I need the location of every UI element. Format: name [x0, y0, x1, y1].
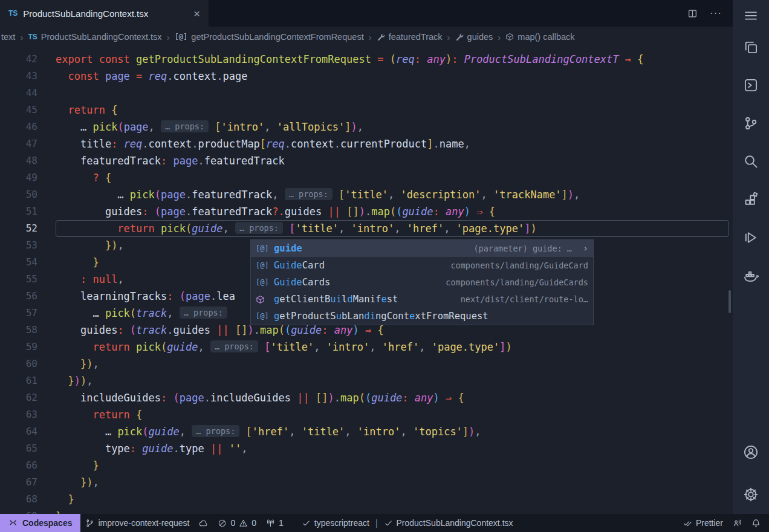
- code-line[interactable]: 52 return pick(guide, … props: ['title',…: [0, 220, 733, 237]
- code-line[interactable]: 60 }),: [0, 355, 733, 372]
- suggestion-item[interactable]: [@]getProductSubLandingContextFromReques…: [251, 308, 593, 325]
- line-number[interactable]: 59: [0, 339, 37, 355]
- account-icon[interactable]: [743, 444, 759, 460]
- code-line[interactable]: 68 }: [0, 491, 733, 508]
- code-line[interactable]: 65 type: guide.type || '',: [0, 440, 733, 457]
- settings-gear-icon[interactable]: [743, 487, 759, 502]
- code-line[interactable]: 69}: [0, 508, 733, 514]
- source-control-icon[interactable]: [743, 115, 759, 131]
- code-editor[interactable]: 42export const getProductSubLandingConte…: [0, 47, 733, 514]
- problems-indicator[interactable]: 0 0: [213, 514, 261, 532]
- docker-icon[interactable]: [743, 268, 759, 284]
- suggestion-expand-chevron-icon[interactable]: ›: [583, 240, 588, 257]
- line-number[interactable]: 47: [0, 135, 37, 152]
- suggestion-item[interactable]: [@]GuideCardcomponents/landing/GuideCard: [251, 257, 593, 274]
- tab-product-sub-landing-context[interactable]: TS ProductSubLandingContext.tsx ×: [0, 0, 209, 27]
- feedback-icon-button[interactable]: [728, 514, 747, 532]
- breadcrumb-item[interactable]: guides: [455, 32, 493, 42]
- code-line[interactable]: 47 title: req.context.productMap[req.con…: [0, 135, 733, 152]
- sync-button[interactable]: [194, 514, 213, 532]
- check-icon: [384, 519, 393, 528]
- line-number[interactable]: 69: [0, 508, 37, 514]
- breadcrumb-item[interactable]: featuredTrack: [377, 32, 443, 42]
- line-number[interactable]: 43: [0, 68, 37, 85]
- line-number[interactable]: 42: [0, 51, 37, 68]
- code-line[interactable]: 45 return {: [0, 102, 733, 118]
- line-number[interactable]: 54: [0, 254, 37, 271]
- breadcrumb-item[interactable]: [@]getProductSubLandingContextFromReques…: [175, 32, 364, 42]
- code-line[interactable]: 49 ? {: [0, 169, 733, 186]
- line-number[interactable]: 57: [0, 305, 37, 322]
- line-number[interactable]: 63: [0, 406, 37, 423]
- code-line[interactable]: 48 featuredTrack: page.featuredTrack: [0, 152, 733, 169]
- file-status[interactable]: ProductSubLandingContext.tsx: [379, 514, 518, 532]
- code-line[interactable]: 59 return pick(guide, … props: ['title',…: [0, 339, 733, 355]
- code-line[interactable]: 63 return {: [0, 406, 733, 423]
- suggestion-item[interactable]: getClientBuildManifestnext/dist/client/r…: [251, 291, 593, 308]
- double-check-icon: [683, 519, 692, 528]
- split-editor-icon[interactable]: [687, 8, 698, 19]
- close-tab-icon[interactable]: ×: [193, 8, 200, 19]
- line-number[interactable]: 49: [0, 169, 37, 186]
- line-number[interactable]: 52: [0, 220, 37, 237]
- code-line[interactable]: 50 … pick(page.featuredTrack, … props: […: [0, 186, 733, 203]
- line-number[interactable]: 45: [0, 102, 37, 118]
- line-number[interactable]: 62: [0, 389, 37, 406]
- code-text: type: guide.type || '',: [56, 440, 729, 457]
- code-line[interactable]: 62 includeGuides: (page.includeGuides ||…: [0, 389, 733, 406]
- breadcrumb-item[interactable]: text: [1, 32, 15, 42]
- line-number[interactable]: 53: [0, 237, 37, 254]
- language-mode[interactable]: typescriptreact: [297, 514, 374, 532]
- extensions-icon[interactable]: [743, 192, 759, 207]
- code-line[interactable]: 42export const getProductSubLandingConte…: [0, 51, 733, 68]
- code-line[interactable]: 64 … pick(guide, … props: ['href', 'titl…: [0, 423, 733, 440]
- breadcrumb-label: guides: [467, 32, 493, 42]
- run-debug-icon[interactable]: [743, 230, 759, 245]
- code-text: })),: [56, 372, 729, 389]
- files-copy-icon[interactable]: [743, 39, 759, 55]
- terminal-icon[interactable]: [743, 77, 759, 93]
- suggestion-label: getProductSubLandingContextFromRequest: [274, 308, 488, 325]
- code-line[interactable]: 61 })),: [0, 372, 733, 389]
- ports-indicator[interactable]: 1: [261, 514, 288, 532]
- line-number[interactable]: 48: [0, 152, 37, 169]
- line-number[interactable]: 56: [0, 288, 37, 305]
- inlay-hint: … props:: [161, 120, 209, 132]
- breadcrumb-item[interactable]: map() callback: [505, 32, 574, 42]
- line-number[interactable]: 67: [0, 474, 37, 491]
- line-number[interactable]: 58: [0, 322, 37, 339]
- more-actions-icon[interactable]: ···: [710, 7, 722, 19]
- breadcrumb-item[interactable]: TSProductSubLandingContext.tsx: [28, 32, 161, 42]
- notifications-bell-icon[interactable]: [747, 514, 765, 532]
- symbol-variable-icon: [@]: [256, 308, 269, 325]
- line-number[interactable]: 50: [0, 186, 37, 203]
- suggestion-item[interactable]: [@]GuideCardscomponents/landing/GuideCar…: [251, 274, 593, 291]
- codespaces-remote-button[interactable]: Codespaces: [0, 514, 80, 532]
- line-number[interactable]: 64: [0, 423, 37, 440]
- code-line[interactable]: 66 }: [0, 457, 733, 474]
- line-number[interactable]: 68: [0, 491, 37, 508]
- line-number[interactable]: 61: [0, 372, 37, 389]
- suggestion-item[interactable]: [@]guide(parameter) guide: …›: [251, 240, 593, 257]
- branch-indicator[interactable]: improve-context-request: [80, 514, 194, 532]
- line-number[interactable]: 51: [0, 203, 37, 220]
- line-number[interactable]: 65: [0, 440, 37, 457]
- wrench-icon: [377, 33, 385, 41]
- code-line[interactable]: 67 }),: [0, 474, 733, 491]
- line-number[interactable]: 66: [0, 457, 37, 474]
- code-text: return pick(guide, … props: ['title', 'i…: [56, 339, 729, 355]
- breadcrumb-label: getProductSubLandingContextFromRequest: [191, 32, 363, 42]
- code-line[interactable]: 51 guides: (page.featuredTrack?.guides |…: [0, 203, 733, 220]
- line-number[interactable]: 55: [0, 271, 37, 288]
- code-line[interactable]: 46 … pick(page, … props: ['intro', 'allT…: [0, 118, 733, 135]
- formatter-indicator[interactable]: Prettier: [678, 514, 728, 532]
- line-number[interactable]: 46: [0, 118, 37, 135]
- scrollbar-thumb[interactable]: [728, 290, 731, 313]
- line-number[interactable]: 44: [0, 85, 37, 102]
- search-icon[interactable]: [743, 154, 759, 169]
- line-number[interactable]: 60: [0, 355, 37, 372]
- code-line[interactable]: 44: [0, 85, 733, 102]
- menu-icon[interactable]: [743, 8, 759, 24]
- code-text: return {: [56, 102, 729, 118]
- code-line[interactable]: 43 const page = req.context.page: [0, 68, 733, 85]
